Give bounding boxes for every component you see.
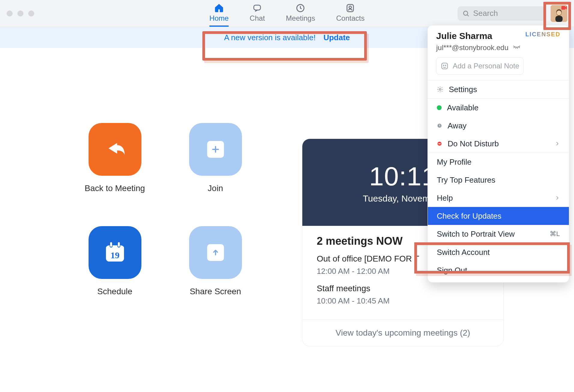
window-controls: [7, 10, 34, 16]
traffic-close[interactable]: [7, 10, 13, 16]
current-time: 10:11: [369, 161, 437, 192]
clock-icon: [296, 3, 305, 13]
status-dnd-icon: [437, 141, 442, 146]
note-placeholder: Add a Personal Note: [453, 62, 519, 70]
menu-my-profile[interactable]: My Profile: [428, 153, 569, 171]
app-header: Home Chat Meetings Contacts Search: [0, 0, 574, 27]
svg-rect-0: [254, 5, 261, 10]
join-tile: [189, 123, 242, 176]
profile-name: Julie Sharma: [436, 31, 524, 41]
share-screen-tile: [189, 226, 242, 279]
chat-icon: [252, 3, 262, 13]
menu-switch-account[interactable]: Switch Account: [428, 243, 569, 261]
tab-label: Contacts: [336, 14, 365, 22]
svg-text:19: 19: [110, 250, 119, 260]
svg-point-19: [439, 88, 441, 90]
menu-settings[interactable]: Settings: [428, 80, 569, 98]
recording-status-icon: [561, 6, 567, 10]
menu-check-updates[interactable]: Check for Updates: [428, 207, 569, 225]
calendar-icon: 19: [102, 240, 128, 265]
svg-rect-10: [106, 245, 124, 250]
svg-point-3: [349, 6, 352, 8]
view-upcoming-link[interactable]: View today's upcoming meetings (2): [302, 319, 503, 346]
svg-rect-16: [442, 63, 448, 69]
profile-menu: Julie Sharma jul***@stonybrook.edu Add a…: [427, 25, 569, 283]
search-input[interactable]: Search: [458, 6, 545, 21]
tab-chat[interactable]: Chat: [250, 0, 265, 27]
eye-hidden-icon[interactable]: [513, 45, 521, 50]
meeting-row[interactable]: Staff meetings 10:00 AM - 10:45 AM: [317, 284, 491, 306]
smiley-icon: [441, 62, 449, 70]
schedule-tile: 19: [89, 226, 141, 279]
action-label: Back to Meeting: [85, 184, 145, 193]
main-tabs: Home Chat Meetings Contacts: [210, 0, 365, 27]
banner-message: A new version is available!: [224, 33, 316, 42]
license-badge: LICENSED: [525, 31, 560, 38]
plus-icon: [211, 145, 220, 154]
back-to-meeting-tile: [89, 123, 141, 176]
action-back-to-meeting[interactable]: Back to Meeting: [85, 123, 145, 193]
search-placeholder: Search: [473, 9, 498, 18]
menu-try-top-features[interactable]: Try Top Features: [428, 171, 569, 189]
shortcut-label: ⌘L: [550, 230, 560, 238]
profile-avatar-button[interactable]: [551, 5, 567, 22]
action-share-screen[interactable]: Share Screen: [189, 226, 242, 296]
svg-rect-14: [118, 242, 119, 247]
tab-contacts[interactable]: Contacts: [336, 0, 365, 27]
tab-home[interactable]: Home: [210, 0, 229, 27]
status-away-icon: [437, 123, 442, 128]
menu-sign-out[interactable]: Sign Out: [428, 261, 569, 282]
profile-email: jul***@stonybrook.edu: [436, 43, 524, 52]
chevron-right-icon: [554, 141, 560, 146]
home-actions-grid: Back to Meeting Join 19: [0, 48, 288, 296]
gear-icon: [437, 86, 443, 93]
menu-portrait-view[interactable]: Switch to Portrait View ⌘L: [428, 225, 569, 243]
meeting-time: 10:00 AM - 10:45 AM: [317, 296, 491, 306]
action-label: Join: [208, 184, 223, 193]
svg-rect-8: [561, 6, 565, 10]
tab-label: Meetings: [286, 14, 315, 22]
svg-rect-13: [110, 242, 112, 247]
tab-meetings[interactable]: Meetings: [286, 0, 315, 27]
meeting-title: Staff meetings: [317, 284, 491, 293]
traffic-zoom[interactable]: [28, 10, 34, 16]
action-schedule[interactable]: 19 Schedule: [89, 226, 141, 296]
svg-point-4: [464, 11, 468, 15]
action-label: Schedule: [97, 287, 132, 296]
status-dnd[interactable]: Do Not Disturb: [428, 135, 569, 153]
upload-arrow-icon: [211, 248, 220, 257]
header-right: Search: [458, 5, 567, 22]
profile-header: Julie Sharma jul***@stonybrook.edu Add a…: [428, 25, 569, 80]
personal-note-input[interactable]: Add a Personal Note: [436, 57, 524, 75]
update-link[interactable]: Update: [323, 33, 350, 42]
status-available[interactable]: Available: [428, 99, 569, 117]
svg-point-6: [557, 10, 561, 15]
home-icon: [214, 3, 224, 13]
chevron-right-icon: [554, 195, 560, 201]
traffic-minimize[interactable]: [17, 10, 23, 16]
status-dot-available-icon: [437, 105, 442, 110]
tab-label: Home: [210, 14, 229, 22]
action-label: Share Screen: [190, 287, 241, 296]
svg-point-17: [443, 65, 444, 66]
svg-rect-22: [438, 143, 441, 144]
reply-arrow-icon: [102, 136, 128, 162]
menu-help[interactable]: Help: [428, 189, 569, 207]
status-away[interactable]: Away: [428, 117, 569, 135]
svg-rect-7: [555, 16, 563, 22]
tab-label: Chat: [250, 14, 265, 22]
search-icon: [462, 10, 470, 17]
contacts-icon: [346, 3, 355, 13]
svg-point-18: [445, 65, 446, 66]
action-join[interactable]: Join: [189, 123, 242, 193]
